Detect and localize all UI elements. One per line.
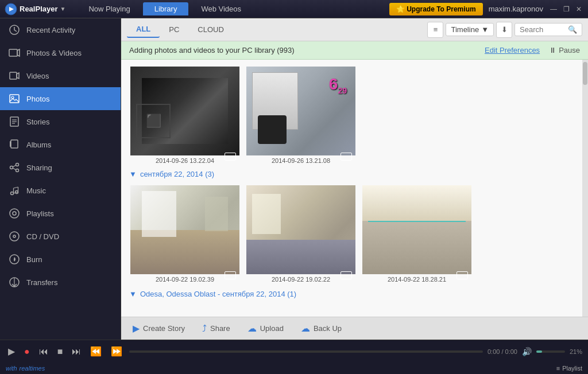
svg-rect-3 bbox=[9, 49, 17, 56]
photo-thumb[interactable]: 2014-09-22 19.02.22 bbox=[245, 184, 357, 284]
sidebar-item-cd-dvd[interactable]: CD / DVD bbox=[0, 225, 121, 248]
photo-caption: 2014-09-22 18.28.21 bbox=[362, 276, 471, 283]
volume-icon[interactable]: 🔊 bbox=[522, 347, 532, 356]
view-toggle-button[interactable]: ≡ bbox=[427, 22, 443, 38]
scrollbar[interactable] bbox=[582, 60, 588, 317]
sidebar-label-cd-dvd: CD / DVD bbox=[26, 232, 59, 241]
player-bar: ▶ ● ⏮ ■ ⏭ ⏪ ⏩ 0:00 / 0:00 🔊 21% with rea… bbox=[0, 340, 588, 374]
date-group-label-3[interactable]: ▼ Odesa, Odessa Oblast - сентября 22, 20… bbox=[129, 290, 574, 298]
realplayer-logo-icon bbox=[5, 3, 17, 15]
svg-rect-14 bbox=[10, 141, 11, 147]
username-display: maxim.kapronov bbox=[489, 5, 543, 13]
albums-icon bbox=[8, 138, 21, 151]
tab-web-videos[interactable]: Web Videos bbox=[189, 2, 253, 15]
photo-image bbox=[130, 185, 239, 274]
pause-icon: ⏸ bbox=[549, 46, 556, 54]
upload-button[interactable]: ☁ Upload bbox=[247, 323, 284, 334]
volume-percent: 21% bbox=[570, 348, 582, 355]
sidebar-item-burn[interactable]: Burn bbox=[0, 248, 121, 271]
photo-thumb[interactable]: 2014-09-22 19.02.39 bbox=[129, 184, 241, 284]
rewind-button[interactable]: ⏪ bbox=[88, 345, 104, 358]
progress-bar[interactable] bbox=[129, 350, 483, 353]
logo-dropdown-icon[interactable]: ▼ bbox=[60, 6, 66, 12]
sidebar-label-videos: Videos bbox=[26, 72, 49, 80]
search-box: 🔍 bbox=[514, 23, 582, 36]
tab-library[interactable]: Library bbox=[143, 2, 189, 15]
svg-line-18 bbox=[13, 168, 16, 170]
svg-marker-4 bbox=[17, 49, 20, 56]
filter-pc[interactable]: PC bbox=[160, 22, 188, 37]
header-text: Adding photos and videos to your PC libr… bbox=[129, 46, 295, 54]
sidebar-item-recent-activity[interactable]: Recent Activity bbox=[0, 18, 121, 41]
photo-thumb[interactable]: ⬛ 2014-09-26 13.22.04 bbox=[129, 65, 241, 165]
content-area: ALL PC CLOUD ≡ Timeline ▼ ⬇ 🔍 Adding pho… bbox=[121, 18, 588, 340]
create-story-button[interactable]: ▶ Create Story bbox=[133, 323, 185, 334]
photo-type-icon bbox=[341, 153, 352, 161]
view-icon: ≡ bbox=[434, 25, 438, 34]
videos-icon bbox=[8, 69, 21, 82]
sidebar-item-sharing[interactable]: Sharing bbox=[0, 156, 121, 179]
svg-point-26 bbox=[10, 209, 19, 218]
playlists-icon bbox=[8, 207, 21, 220]
backup-label: Back Up bbox=[314, 324, 342, 333]
maximize-button[interactable]: ❐ bbox=[562, 5, 571, 14]
stop-button[interactable]: ■ bbox=[55, 345, 65, 358]
filter-cloud[interactable]: CLOUD bbox=[188, 22, 233, 37]
edit-preferences-link[interactable]: Edit Preferences bbox=[485, 46, 540, 54]
photo-thumb[interactable]: 2014-09-22 18.28.21 bbox=[361, 184, 473, 284]
sidebar-item-photos-videos[interactable]: Photos & Videos bbox=[0, 41, 121, 64]
sidebar-item-playlists[interactable]: Playlists bbox=[0, 202, 121, 225]
playlist-label: Playlist bbox=[562, 365, 582, 372]
play-button[interactable]: ▶ bbox=[6, 345, 17, 358]
content-header: Adding photos and videos to your PC libr… bbox=[121, 41, 588, 60]
sort-button[interactable]: ⬇ bbox=[496, 22, 512, 38]
timeline-label: Timeline bbox=[451, 25, 479, 34]
sidebar-label-photos-videos: Photos & Videos bbox=[26, 49, 82, 57]
fast-forward-button[interactable]: ⏩ bbox=[109, 345, 125, 358]
sort-icon: ⬇ bbox=[501, 25, 508, 34]
photos-videos-icon bbox=[8, 46, 21, 59]
window-controls: — ❐ ✕ bbox=[549, 5, 583, 14]
svg-rect-5 bbox=[10, 72, 17, 79]
realtimes-brand: realtimes bbox=[20, 365, 45, 372]
timeline-select[interactable]: Timeline ▼ bbox=[446, 23, 494, 36]
upgrade-button[interactable]: ⭐ Upgrade To Premium bbox=[389, 3, 483, 15]
next-button[interactable]: ⏭ bbox=[69, 345, 83, 358]
sidebar-label-albums: Albums bbox=[26, 141, 51, 149]
record-button[interactable]: ● bbox=[22, 345, 32, 358]
close-button[interactable]: ✕ bbox=[574, 5, 583, 14]
photo-image: ⬛ bbox=[130, 67, 239, 155]
svg-point-28 bbox=[10, 232, 19, 241]
pause-button[interactable]: ⏸ Pause bbox=[549, 46, 580, 54]
playlist-button[interactable]: ≡ Playlist bbox=[556, 365, 582, 372]
prev-button[interactable]: ⏮ bbox=[37, 345, 51, 358]
svg-rect-7 bbox=[10, 95, 19, 103]
date-group-2: 2014-09-22 19.02.39 2014-09-22 19.02.22 bbox=[129, 184, 574, 284]
sidebar-item-videos[interactable]: Videos bbox=[0, 64, 121, 87]
sidebar-item-stories[interactable]: Stories bbox=[0, 110, 121, 133]
photo-type-icon bbox=[457, 271, 468, 279]
create-story-icon: ▶ bbox=[133, 323, 140, 334]
filter-all[interactable]: ALL bbox=[127, 21, 160, 38]
minimize-button[interactable]: — bbox=[549, 5, 558, 14]
backup-button[interactable]: ☁ Back Up bbox=[301, 323, 342, 334]
volume-fill bbox=[536, 350, 543, 353]
photos-grid: ⬛ 2014-09-26 13.22.04 629 2014-09-26 13.… bbox=[121, 60, 582, 317]
tab-now-playing[interactable]: Now Playing bbox=[77, 2, 141, 15]
photo-image bbox=[362, 185, 471, 274]
date-text-3: Odesa, Odessa Oblast - сентября 22, 2014… bbox=[140, 290, 296, 298]
date-group-label[interactable]: ▼ сентября 22, 2014 (3) bbox=[129, 170, 574, 178]
volume-bar[interactable] bbox=[536, 350, 565, 353]
sidebar-item-transfers[interactable]: Transfers bbox=[0, 271, 121, 294]
photo-thumb[interactable]: 629 2014-09-26 13.21.08 bbox=[245, 65, 357, 165]
sidebar-item-photos[interactable]: Photos bbox=[0, 87, 121, 110]
sidebar-item-music[interactable]: Music bbox=[0, 179, 121, 202]
app-name: RealPlayer bbox=[20, 5, 58, 13]
sidebar-item-albums[interactable]: Albums bbox=[0, 133, 121, 156]
scroll-thumb[interactable] bbox=[583, 62, 587, 85]
svg-line-19 bbox=[13, 165, 16, 167]
photo-type-icon bbox=[225, 153, 236, 161]
search-input[interactable] bbox=[520, 25, 566, 34]
realtimes-logo: with realtimes bbox=[6, 365, 45, 372]
share-button[interactable]: ⤴ Share bbox=[202, 324, 230, 334]
